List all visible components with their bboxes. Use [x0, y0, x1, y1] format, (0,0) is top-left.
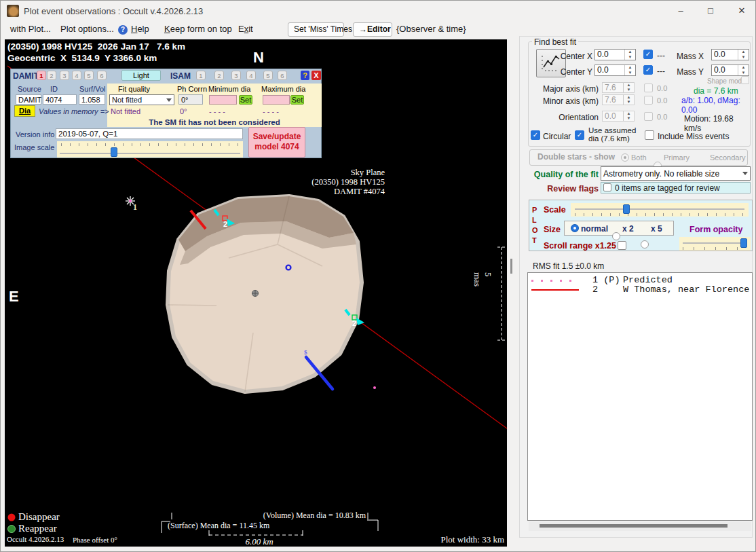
menu-exit[interactable]: Exit [238, 24, 253, 34]
plot-width-label: Plot width: 33 km [412, 534, 504, 545]
size-normal-radio[interactable] [571, 224, 579, 232]
set-max-dia-button[interactable]: Set [290, 95, 304, 105]
size-normal-label: normal [581, 224, 608, 234]
observer-time-label: {Observer & time} [396, 24, 466, 34]
scale-slider[interactable] [571, 203, 749, 217]
max-dia-field[interactable] [263, 95, 290, 105]
scrollbar-thumb[interactable] [540, 524, 727, 528]
quality-of-fit-select[interactable]: Astrometry only. No reliable size [601, 166, 751, 181]
model-id-value[interactable]: 4074 [43, 94, 77, 105]
center-x-dashes: --- [657, 51, 665, 60]
plot-letter-t: T [532, 236, 537, 244]
panel-help-button[interactable]: ? [301, 71, 309, 80]
isam-tab-4[interactable]: 4 [246, 71, 256, 80]
plot-letter-l: L [532, 216, 537, 224]
minimize-button[interactable]: – [667, 1, 694, 20]
motion-readout: Motion: 19.68 km/s [684, 114, 752, 133]
min-dia-field[interactable] [209, 95, 237, 105]
list-row-name: Predicted [623, 275, 673, 285]
isam-tab-3[interactable]: 3 [231, 71, 241, 80]
splitter-handle[interactable] [510, 259, 512, 274]
set-min-dia-button[interactable]: Set [239, 95, 252, 105]
circular-checkbox[interactable] [531, 130, 540, 140]
volume-mean-dia-label: (Volume) Mean dia = 10.83 km [208, 511, 366, 521]
center-y-checkbox[interactable] [643, 65, 653, 75]
dia-button[interactable]: Dia [14, 105, 35, 117]
set-miss-times-button[interactable]: Set 'Miss' Times [288, 22, 344, 37]
include-miss-events-checkbox[interactable] [645, 130, 654, 140]
form-opacity-label: Form opacity [689, 225, 743, 234]
damit-tab-2[interactable]: 2 [47, 71, 56, 80]
isam-tab-1[interactable]: 1 [196, 71, 206, 80]
list-row-name: W Thomas, near Florence [623, 284, 749, 295]
plot-header-line1: (20350) 1998 HV125 2026 Jan 17 7.6 km [7, 41, 185, 52]
isam-tab-2[interactable]: 2 [214, 71, 224, 80]
damit-tab-1[interactable]: 1 [37, 71, 46, 80]
scroll-range-checkbox[interactable] [618, 241, 626, 250]
chevron-down-icon [742, 172, 748, 178]
source-value: DAMIT [16, 94, 41, 105]
size-x2-radio[interactable] [612, 232, 620, 240]
review-flags-checkbox[interactable] [603, 183, 611, 191]
center-x-checkbox[interactable] [643, 50, 653, 59]
damit-tab-5[interactable]: 5 [84, 71, 94, 80]
chord-exit-number: 2 [352, 319, 356, 327]
menu-plot-options[interactable]: Plot options... [60, 24, 114, 34]
phase-offset-label: Phase offset 0° [73, 536, 117, 544]
ph-corr-value[interactable]: 0° [178, 94, 203, 105]
center-y-label: Center Y [557, 67, 592, 77]
damit-tab-3[interactable]: 3 [60, 71, 69, 80]
plot-area: $ [5, 39, 507, 547]
light-curves-button[interactable]: Light curves [121, 70, 161, 81]
orientation-spinner: 0.0 [602, 111, 635, 122]
menu-keep-on-top[interactable]: Keep form on top [164, 24, 232, 34]
damit-tab-4[interactable]: 4 [72, 71, 81, 80]
north-label: N [253, 49, 264, 67]
disappear-dot [8, 514, 16, 521]
image-scale-slider-thumb[interactable] [111, 147, 117, 157]
observer-list[interactable]: 1 (P) Predicted 2 W Thomas, near Florenc… [527, 272, 753, 521]
form-opacity-slider[interactable] [679, 237, 751, 251]
list-row-number: 2 [592, 284, 598, 295]
minor-axis-zero: 0.0 [657, 96, 667, 105]
use-assumed-dia-checkbox[interactable] [575, 130, 584, 140]
horizontal-scrollbar[interactable] [529, 521, 751, 531]
size-label: Size [544, 225, 561, 234]
center-y-spinner[interactable]: 0.0 [594, 65, 636, 76]
save-update-model-button[interactable]: Save/updatemodel 4074 [248, 127, 305, 158]
mass-y-spinner[interactable]: 0.0 [711, 65, 749, 76]
size-x5-radio[interactable] [641, 240, 649, 249]
image-scale-slider[interactable] [57, 141, 243, 158]
mass-x-spinner[interactable]: 0.0 [711, 49, 749, 60]
rms-fit-label: RMS fit 1.5 ±0.0 km [533, 261, 604, 271]
memory-fit-quality: Not fitted [111, 107, 140, 115]
mas-scale-bracket [497, 247, 506, 340]
sky-plane-caption: Sky Plane(20350) 1998 HV125DAMIT #4074 [249, 168, 385, 196]
close-button[interactable]: ✕ [728, 1, 755, 20]
fit-quality-select[interactable]: Not fitted [109, 94, 174, 105]
maximize-button[interactable]: □ [697, 1, 724, 20]
star-number-label: 1 [133, 202, 137, 213]
menu-with-plot[interactable]: with Plot... [10, 24, 51, 34]
min-dia-header: Minimum dia [208, 85, 250, 93]
circular-label: Circular [543, 132, 571, 141]
mass-x-label: Mass X [677, 52, 704, 61]
editor-button[interactable]: →Editor [353, 22, 392, 37]
isam-tab-5[interactable]: 5 [263, 71, 273, 80]
form-opacity-slider-thumb[interactable] [740, 238, 747, 248]
scale-slider-thumb[interactable] [623, 204, 630, 214]
isam-tab-6[interactable]: 6 [278, 71, 287, 80]
chord-entry-number: 2 [223, 220, 227, 228]
double-primary-label: Primary [664, 153, 689, 162]
menu-help[interactable]: Help [131, 24, 149, 34]
panel-close-button[interactable]: X [311, 71, 321, 80]
damit-tab-6[interactable]: 6 [97, 71, 107, 80]
center-x-spinner[interactable]: 0.0 [594, 49, 636, 60]
size-radio-group: normal x 2 x 5 [564, 221, 674, 236]
version-info-value[interactable]: 2019-05-07, Q=1 [56, 128, 243, 139]
orientation-checkbox [644, 112, 653, 121]
reappear-dot [8, 526, 16, 533]
plot-controls-panel: P L O T Scale Size normal x 2 x 5 Form o… [529, 200, 753, 251]
include-miss-events-label: Include Miss events [658, 132, 729, 141]
version-info-label: Version info [16, 130, 54, 139]
